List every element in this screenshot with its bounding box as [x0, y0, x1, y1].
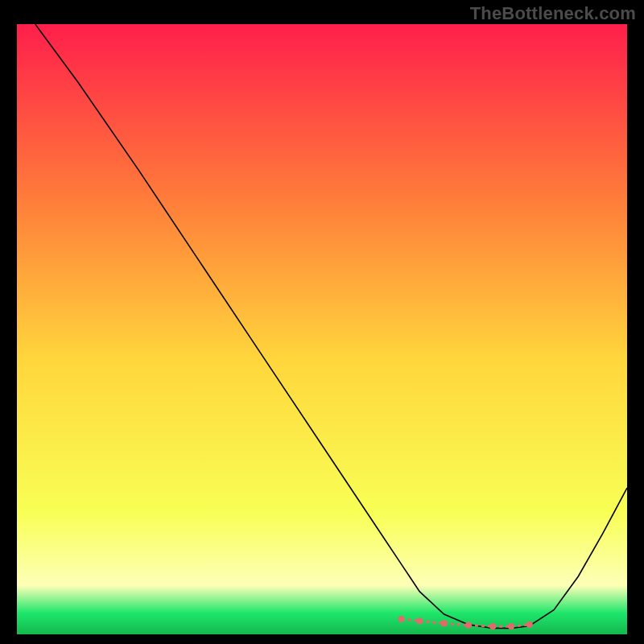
- chart-container: TheBottleneck.com: [0, 0, 644, 644]
- dotted-point: [416, 617, 423, 624]
- dotted-point: [526, 621, 533, 628]
- dotted-point: [489, 623, 496, 630]
- gradient-background: [17, 24, 627, 634]
- dotted-point: [508, 623, 514, 630]
- gradient-v-plot: [17, 24, 627, 634]
- dotted-point: [465, 621, 472, 628]
- dotted-point: [398, 616, 404, 622]
- dotted-point: [440, 620, 447, 626]
- watermark-text: TheBottleneck.com: [470, 3, 636, 24]
